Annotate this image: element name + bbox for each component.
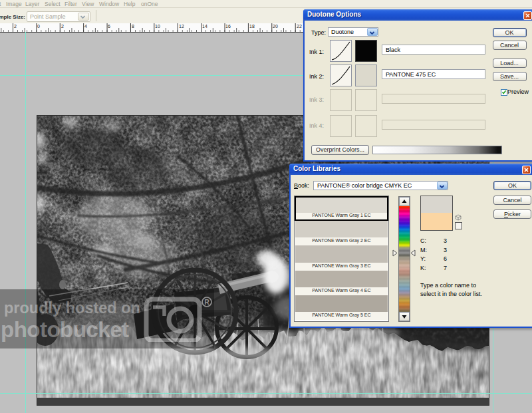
svg-text:R: R [204, 299, 209, 306]
